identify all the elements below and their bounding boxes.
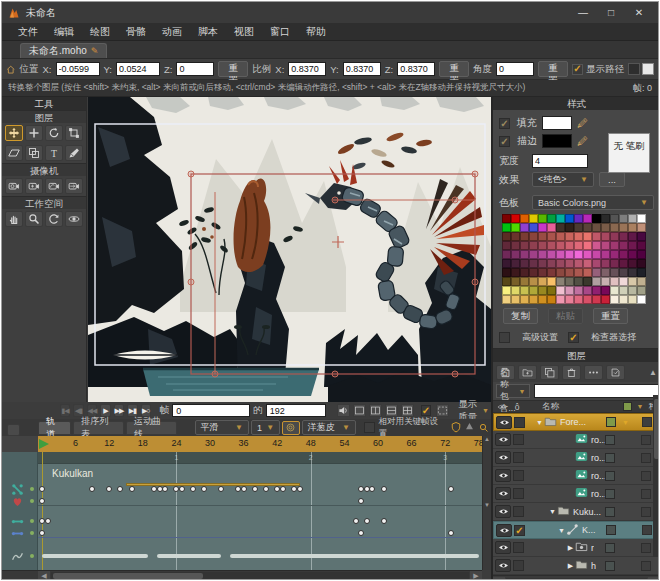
- palette-swatch[interactable]: [511, 295, 520, 304]
- palette-swatch[interactable]: [565, 214, 574, 223]
- palette-swatch[interactable]: [619, 268, 628, 277]
- orbit-view-button[interactable]: [65, 211, 83, 227]
- layer-visibility-icon[interactable]: [495, 469, 511, 482]
- palette-swatch[interactable]: [556, 295, 565, 304]
- reset-angle-button[interactable]: 重置: [538, 61, 568, 77]
- layer-visibility-icon[interactable]: [495, 559, 511, 572]
- transform-layer-button[interactable]: [5, 125, 23, 141]
- onion-skin-dropdown[interactable]: 洋葱皮▼: [302, 420, 356, 435]
- palette-swatch[interactable]: [520, 277, 529, 286]
- layer-visibility-icon[interactable]: [496, 524, 512, 537]
- palette-swatch[interactable]: [511, 223, 520, 232]
- palette-swatch[interactable]: [592, 214, 601, 223]
- keyframe-dot[interactable]: [358, 530, 364, 536]
- palette-swatch[interactable]: [520, 223, 529, 232]
- palette-swatch[interactable]: [610, 214, 619, 223]
- menu-item-2[interactable]: 绘图: [82, 23, 118, 41]
- palette-swatch[interactable]: [583, 223, 592, 232]
- palette-swatch[interactable]: [520, 259, 529, 268]
- palette-swatch[interactable]: [565, 286, 574, 295]
- palette-swatch[interactable]: [529, 250, 538, 259]
- extra-option-button[interactable]: [628, 63, 640, 75]
- palette-swatch[interactable]: [502, 268, 511, 277]
- palette-swatch[interactable]: [583, 250, 592, 259]
- keyframe-dot[interactable]: [358, 498, 364, 504]
- layer-row-ro[interactable]: ro...: [493, 467, 659, 485]
- text-tool-button[interactable]: T: [45, 145, 63, 161]
- keyframe-triangle-icon[interactable]: [464, 421, 475, 434]
- palette-swatch[interactable]: [529, 286, 538, 295]
- keyframe-dot[interactable]: [252, 486, 258, 492]
- timeline-tab-0[interactable]: 轨道: [38, 421, 71, 435]
- palette-swatch[interactable]: [592, 232, 601, 241]
- palette-swatch[interactable]: [619, 214, 628, 223]
- layer-visibility-icon[interactable]: [495, 433, 511, 446]
- menu-item-0[interactable]: 文件: [10, 23, 46, 41]
- palette-swatch[interactable]: [574, 286, 583, 295]
- angle-input[interactable]: [496, 62, 534, 76]
- layer-row-ro[interactable]: ro...: [493, 485, 659, 503]
- scroll-right-icon[interactable]: ▶: [648, 577, 659, 581]
- duplicate-layer-button[interactable]: [540, 365, 559, 380]
- palette-swatch[interactable]: [619, 241, 628, 250]
- palette-swatch[interactable]: [556, 259, 565, 268]
- palette-swatch[interactable]: [610, 259, 619, 268]
- layer-checkbox[interactable]: [513, 470, 524, 481]
- palette-swatch[interactable]: [565, 259, 574, 268]
- palette-swatch[interactable]: [520, 250, 529, 259]
- camera-zoom-button[interactable]: [25, 178, 43, 194]
- paste-style-button[interactable]: 粘贴: [548, 308, 583, 324]
- collapse-panel-icon[interactable]: ▲: [649, 368, 657, 377]
- camera-track-button[interactable]: [5, 178, 23, 194]
- advanced-settings-checkbox[interactable]: [499, 332, 510, 343]
- playhead-icon[interactable]: [39, 439, 49, 449]
- layer-row-ro[interactable]: ro...: [493, 449, 659, 467]
- relative-keyframe-checkbox[interactable]: [364, 422, 375, 433]
- palette-swatch[interactable]: [538, 295, 547, 304]
- palette-swatch[interactable]: [556, 223, 565, 232]
- palette-swatch[interactable]: [583, 232, 592, 241]
- palette-swatch[interactable]: [628, 214, 637, 223]
- palette-swatch[interactable]: [628, 286, 637, 295]
- palette-swatch[interactable]: [619, 223, 628, 232]
- scroll-left-icon[interactable]: ◀: [38, 571, 50, 580]
- keyframe-dot[interactable]: [89, 486, 95, 492]
- palette-swatch[interactable]: [547, 268, 556, 277]
- palette-swatch[interactable]: [502, 295, 511, 304]
- layers-scroll-thumb[interactable]: [508, 579, 554, 581]
- palette-swatch[interactable]: [556, 268, 565, 277]
- palette-swatch[interactable]: [592, 259, 601, 268]
- palette-swatch[interactable]: [583, 295, 592, 304]
- timeline-tab-1[interactable]: 排序列表: [73, 421, 124, 435]
- palette-swatch[interactable]: [637, 277, 646, 286]
- palette-swatch[interactable]: [592, 223, 601, 232]
- layer-row-ro[interactable]: ro...: [493, 431, 659, 449]
- palette-swatch[interactable]: [637, 223, 646, 232]
- rotate-layer-button[interactable]: [45, 125, 63, 141]
- layer-checkbox[interactable]: [513, 506, 524, 517]
- menu-item-4[interactable]: 动画: [154, 23, 190, 41]
- palette-swatch[interactable]: [592, 268, 601, 277]
- layer-visibility-icon[interactable]: [495, 451, 511, 464]
- scale-z-input[interactable]: [397, 62, 435, 76]
- palette-swatch[interactable]: [511, 241, 520, 250]
- extra-option-button-2[interactable]: [642, 63, 654, 75]
- keyframe-shield-icon[interactable]: [450, 421, 462, 435]
- palette-swatch[interactable]: [538, 232, 547, 241]
- palette-swatch[interactable]: [511, 268, 520, 277]
- scale-y-input[interactable]: [343, 62, 381, 76]
- palette-swatch[interactable]: [529, 214, 538, 223]
- palette-swatch[interactable]: [529, 232, 538, 241]
- palette-swatch[interactable]: [556, 214, 565, 223]
- layer-checkbox[interactable]: [513, 560, 524, 571]
- timeline-ruler[interactable]: 6121824303642485460667278: [38, 436, 482, 452]
- pen-tool-button[interactable]: [65, 145, 83, 161]
- reset-position-button[interactable]: 重置: [218, 61, 248, 77]
- keyframe-dot[interactable]: [280, 486, 286, 492]
- palette-swatch[interactable]: [628, 250, 637, 259]
- palette-swatch[interactable]: [628, 241, 637, 250]
- palette-swatch[interactable]: [565, 268, 574, 277]
- palette-swatch[interactable]: [601, 241, 610, 250]
- palette-swatch[interactable]: [547, 232, 556, 241]
- keyframe-dot[interactable]: [179, 486, 185, 492]
